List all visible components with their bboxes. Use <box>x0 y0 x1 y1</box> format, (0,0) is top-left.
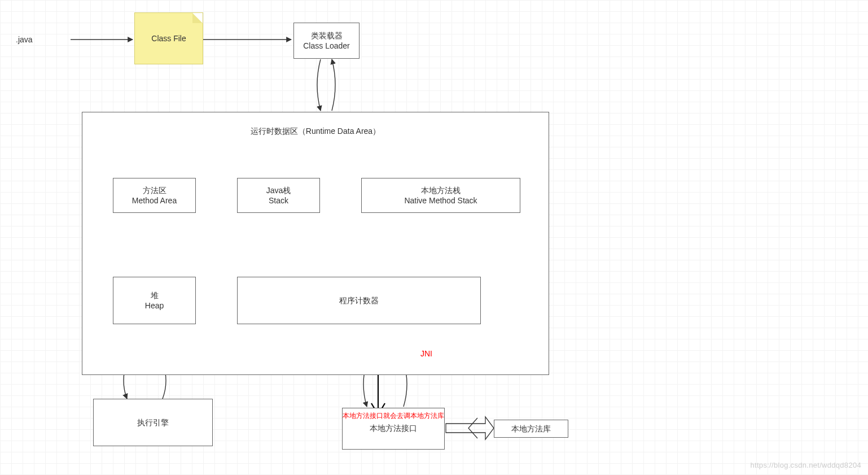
heap-label-en: Heap <box>145 300 164 311</box>
execution-engine-label: 执行引擎 <box>137 417 169 428</box>
native-interface-call-label: 本地方法接口就会去调本地方法库 <box>343 412 444 421</box>
jni-label: JNI <box>420 349 432 358</box>
class-file-label: Class File <box>151 34 186 43</box>
execution-engine-box: 执行引擎 <box>93 399 213 446</box>
heap-box: 堆 Heap <box>113 277 196 324</box>
java-stack-box: Java栈 Stack <box>237 178 320 213</box>
class-loader-label-en: Class Loader <box>303 41 350 51</box>
native-library-box: 本地方法库 <box>494 420 568 438</box>
native-interface-label: 本地方法接口 <box>370 423 417 433</box>
heap-label-cn: 堆 <box>151 290 159 300</box>
method-area-label-cn: 方法区 <box>143 185 166 195</box>
native-method-stack-label-en: Native Method Stack <box>404 195 477 206</box>
runtime-data-area-box: 运行时数据区（Runtime Data Area） <box>82 112 549 375</box>
method-area-box: 方法区 Method Area <box>113 178 196 213</box>
method-area-label-en: Method Area <box>132 195 177 206</box>
java-source-label: .java <box>16 35 33 44</box>
native-method-stack-box: 本地方法栈 Native Method Stack <box>361 178 520 213</box>
pc-register-label: 程序计数器 <box>339 295 379 306</box>
java-stack-label-cn: Java栈 <box>266 185 291 195</box>
native-interface-box: 本地方法接口就会去调本地方法库 本地方法接口 <box>342 408 445 450</box>
class-loader-box: 类装载器 Class Loader <box>293 23 360 59</box>
native-method-stack-label-cn: 本地方法栈 <box>421 185 461 195</box>
pc-register-box: 程序计数器 <box>237 277 481 324</box>
watermark-text: https://blog.csdn.net/wddqd8204 <box>751 461 862 469</box>
class-loader-label-cn: 类装载器 <box>311 30 343 41</box>
native-library-label: 本地方法库 <box>511 424 551 434</box>
class-file-note: Class File <box>134 12 203 64</box>
java-stack-label-en: Stack <box>269 195 288 206</box>
runtime-data-area-title: 运行时数据区（Runtime Data Area） <box>251 126 380 136</box>
